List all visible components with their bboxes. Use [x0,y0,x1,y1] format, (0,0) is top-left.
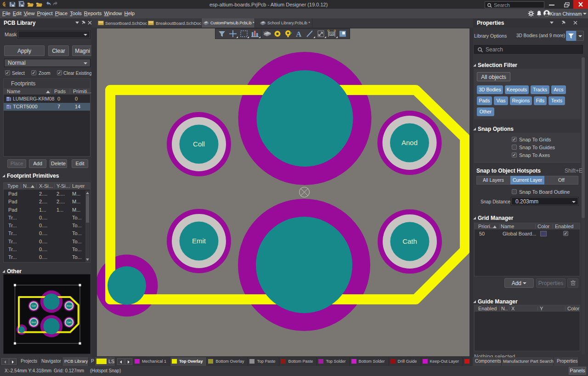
svg-text:10: 10 [330,33,334,36]
svg-text:Emit: Emit [31,321,36,324]
svg-text:Emit: Emit [192,237,206,245]
svg-text:Anod: Anod [401,139,418,146]
svg-text:Anod: Anod [67,304,72,307]
svg-text:Coll: Coll [193,140,205,148]
svg-text:A: A [296,30,302,39]
svg-text:Coll: Coll [32,304,36,307]
svg-text:Cath: Cath [67,321,72,324]
svg-text:Cath: Cath [402,237,417,245]
